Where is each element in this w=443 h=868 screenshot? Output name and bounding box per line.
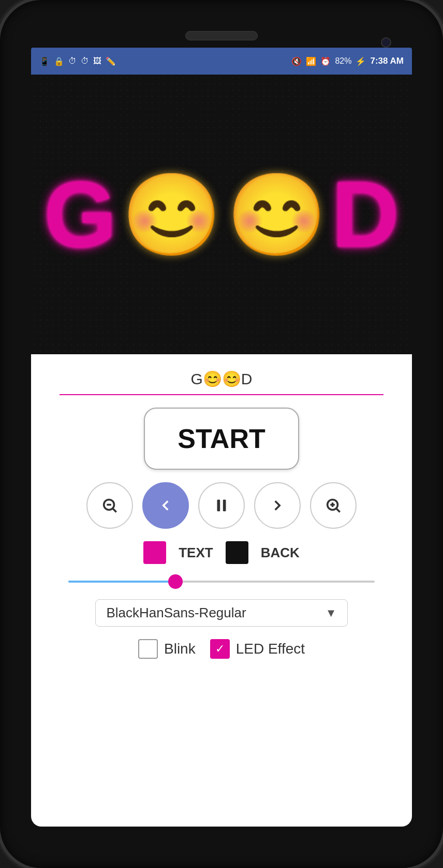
icon-mute: 🔇 [291,56,302,66]
text-input-value: G😊😊D [190,370,252,387]
svg-rect-4 [223,500,226,512]
led-content: G 😊 😊 D [44,168,399,261]
icon-edit: ✏️ [106,56,116,66]
text-color-swatch[interactable] [143,541,166,564]
status-time: 7:38 AM [370,56,404,66]
blink-checkbox-item[interactable]: Blink [138,639,196,659]
back-color-swatch[interactable] [226,541,248,564]
checkbox-row: Blink ✓ LED Effect [138,639,305,659]
battery-percent: 82% [335,56,351,66]
dropdown-arrow-icon: ▼ [326,606,337,620]
font-name: BlackHanSans-Regular [106,605,246,621]
font-selector[interactable]: BlackHanSans-Regular ▼ [95,599,347,627]
icon-alarm: ⏰ [320,56,331,66]
icon-wifi: 📶 [306,56,316,66]
icon-charging: ⚡ [356,56,366,66]
icon-timer2: ⏱ [81,56,89,66]
led-effect-checkbox[interactable]: ✓ [210,639,230,659]
start-button[interactable]: START [144,408,299,470]
status-right: 🔇 📶 ⏰ 82% ⚡ 7:38 AM [291,56,404,66]
slider-thumb[interactable] [168,574,183,589]
forward-button[interactable] [254,482,301,529]
led-emoji-1: 😊 [122,175,222,255]
blink-label: Blink [164,641,196,657]
phone-shell: 📱 🔒 ⏱ ⏱ 🖼 ✏️ 🔇 📶 ⏰ 82% ⚡ 7:38 AM G 😊 😊 D [0,0,443,868]
icon-timer1: ⏱ [68,56,77,66]
phone-speaker [185,31,258,40]
blink-checkbox[interactable] [138,639,158,659]
control-buttons-row [86,482,357,529]
status-bar: 📱 🔒 ⏱ ⏱ 🖼 ✏️ 🔇 📶 ⏰ 82% ⚡ 7:38 AM [31,48,412,75]
svg-line-8 [336,509,339,512]
led-letter-g: G [44,168,116,261]
led-effect-label: LED Effect [236,641,305,657]
color-row: TEXT BACK [143,541,300,564]
svg-rect-3 [217,500,220,512]
led-effect-checkbox-item[interactable]: ✓ LED Effect [210,639,305,659]
icon-image: 🖼 [93,56,101,66]
text-input-display[interactable]: G😊😊D [60,370,383,395]
icon-phone: 📱 [39,56,50,66]
back-color-label: BACK [261,545,300,561]
led-display: G 😊 😊 D [31,75,412,354]
back-button[interactable] [142,482,189,529]
icon-lock: 🔒 [54,56,64,66]
svg-line-2 [113,509,116,512]
slider-track [68,581,375,583]
pause-button[interactable] [198,482,245,529]
led-emoji-2: 😊 [227,175,327,255]
zoom-out-button[interactable] [86,482,133,529]
speed-slider-container[interactable] [68,576,375,587]
text-color-label: TEXT [179,545,213,561]
status-icons-left: 📱 🔒 ⏱ ⏱ 🖼 ✏️ [39,56,116,66]
phone-camera [381,37,391,48]
zoom-in-button[interactable] [310,482,357,529]
controls-panel: G😊😊D START [31,354,412,827]
slider-fill [68,581,175,583]
led-letter-d: D [332,168,399,261]
